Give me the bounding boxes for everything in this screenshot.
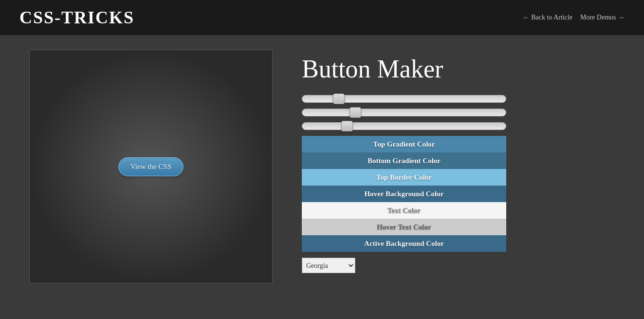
slider-thumb-1[interactable] <box>333 94 345 104</box>
hover-bg-button[interactable]: Hover Background Color <box>302 186 506 202</box>
nav-links: ← Back to Article More Demos → <box>523 14 625 21</box>
preview-button[interactable]: View the CSS <box>118 157 184 176</box>
slider-thumb-2[interactable] <box>350 107 361 118</box>
slider-track-1[interactable] <box>302 95 506 103</box>
preview-area: View the CSS <box>29 50 273 283</box>
color-buttons-container: Top Gradient ColorBottom Gradient ColorT… <box>302 136 615 252</box>
slider-track-3[interactable] <box>302 122 506 130</box>
active-bg-button[interactable]: Active Background Color <box>302 235 506 252</box>
slider-row-2 <box>302 109 615 116</box>
text-color-button[interactable]: Text Color <box>302 202 506 219</box>
more-demos-link[interactable]: More Demos → <box>580 14 625 21</box>
hover-text-button[interactable]: Hover Text Color <box>302 219 506 235</box>
top-border-button[interactable]: Top Border Color <box>302 169 506 186</box>
slider-row-3 <box>302 122 615 130</box>
app-header: CSS-TRICKS ← Back to Article More Demos … <box>0 0 644 35</box>
main-content: View the CSS Button Maker Top Gradient C… <box>0 35 644 298</box>
slider-track-2[interactable] <box>302 109 506 116</box>
page-title: Button Maker <box>302 55 615 83</box>
bottom-gradient-button[interactable]: Bottom Gradient Color <box>302 152 506 169</box>
back-to-article-link[interactable]: ← Back to Article <box>523 14 572 21</box>
slider-row-1 <box>302 95 615 103</box>
controls-panel: Button Maker Top Gradient ColorBottom Gr… <box>302 50 615 273</box>
font-select[interactable]: GeorgiaArialVerdanaTahomaTimes New Roman… <box>302 258 355 273</box>
site-logo: CSS-TRICKS <box>19 7 134 28</box>
top-gradient-button[interactable]: Top Gradient Color <box>302 136 506 152</box>
slider-thumb-3[interactable] <box>341 121 353 131</box>
